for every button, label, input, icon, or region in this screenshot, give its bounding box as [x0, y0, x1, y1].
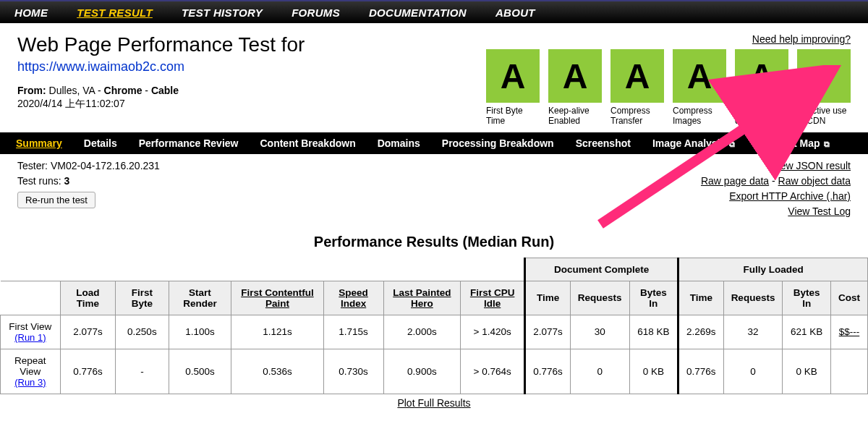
- nav-about[interactable]: ABOUT: [495, 7, 535, 19]
- grade-letter: A: [610, 49, 664, 103]
- grade-first-byte[interactable]: A First Byte Time: [486, 49, 540, 127]
- cell: 30: [570, 315, 629, 349]
- grade-letter: A: [486, 49, 540, 103]
- col-start-render: Start Render: [169, 281, 231, 315]
- run-link[interactable]: (Run 3): [8, 377, 53, 388]
- cell: 0.536s: [231, 349, 323, 394]
- cell: 1.121s: [231, 315, 323, 349]
- grade-keep-alive[interactable]: A Keep-alive Enabled: [548, 49, 602, 127]
- group-fully-loaded: Fully Loaded: [678, 258, 868, 281]
- nav-test-result[interactable]: TEST RESULT: [77, 7, 153, 19]
- col-fl-time: Time: [678, 281, 724, 315]
- cell: 0.776s: [678, 349, 724, 394]
- cell: 0.900s: [383, 349, 460, 394]
- table-row: Repeat View (Run 3) 0.776s - 0.500s 0.53…: [1, 349, 868, 394]
- col-first-cpu-idle[interactable]: First CPU Idle: [461, 281, 525, 315]
- dash: -: [769, 175, 778, 187]
- plot-full-results-link[interactable]: Plot Full Results: [397, 397, 470, 409]
- col-last-painted-hero[interactable]: Last Painted Hero: [383, 281, 460, 315]
- corner-cell: [1, 281, 61, 315]
- table-row: First View (Run 1) 2.077s 0.250s 1.100s …: [1, 315, 868, 349]
- col-fl-bytes: Bytes In: [783, 281, 831, 315]
- tab-image-analysis[interactable]: Image Analysis ⧉: [652, 137, 735, 149]
- cell-cost[interactable]: $$---: [830, 315, 867, 349]
- nav-forums[interactable]: FORUMS: [292, 7, 340, 19]
- col-dc-time: Time: [525, 281, 571, 315]
- tab-domains[interactable]: Domains: [378, 137, 420, 149]
- cell: 0: [723, 349, 783, 394]
- cell: 0: [570, 349, 629, 394]
- tested-url[interactable]: https://www.iwaimaob2c.com: [17, 59, 184, 75]
- col-speed-index[interactable]: Speed Index: [323, 281, 383, 315]
- grade-cdn[interactable]: Effective use of CDN: [797, 49, 851, 127]
- cell: 0 KB: [629, 349, 678, 394]
- help-improving-link[interactable]: Need help improving?: [752, 33, 851, 45]
- grades-wrap: Need help improving? A First Byte Time A…: [486, 33, 851, 127]
- group-document-complete: Document Complete: [525, 258, 678, 281]
- header-left: Web Page Performance Test for https://ww…: [17, 33, 305, 111]
- tab-request-map[interactable]: Request Map ⧉: [757, 137, 829, 149]
- cell: 618 KB: [629, 315, 678, 349]
- nav-test-history[interactable]: TEST HISTORY: [182, 7, 263, 19]
- rerun-button[interactable]: Re-run the test: [17, 192, 95, 208]
- nav-documentation[interactable]: DOCUMENTATION: [369, 7, 467, 19]
- from-browser: Chrome: [104, 85, 142, 96]
- col-first-contentful-paint[interactable]: First Contentful Paint: [231, 281, 323, 315]
- table-header-row: Load Time First Byte Start Render First …: [1, 281, 868, 315]
- nav-home[interactable]: HOME: [14, 7, 48, 19]
- cell: 1.715s: [323, 315, 383, 349]
- tab-processing-breakdown[interactable]: Processing Breakdown: [442, 137, 554, 149]
- grade-label: Cache static content: [735, 106, 788, 127]
- grade-compress-transfer[interactable]: A Compress Transfer: [610, 49, 664, 127]
- tab-details[interactable]: Details: [84, 137, 117, 149]
- cell: [830, 349, 867, 394]
- grade-letter: A: [548, 49, 602, 103]
- cell: 32: [723, 315, 783, 349]
- plot-full-results: Plot Full Results: [0, 397, 868, 409]
- col-fl-requests: Requests: [723, 281, 783, 315]
- grade-label: First Byte Time: [486, 106, 540, 127]
- check-icon: [797, 49, 851, 103]
- raw-object-data-link[interactable]: Raw object data: [778, 175, 851, 187]
- row-repeat-view: Repeat View (Run 3): [1, 349, 61, 394]
- tab-content-breakdown[interactable]: Content Breakdown: [260, 137, 355, 149]
- run-link[interactable]: (Run 1): [8, 332, 53, 343]
- cell: 621 KB: [783, 315, 831, 349]
- grade-letter: A: [673, 49, 726, 103]
- table-group-row: Document Complete Fully Loaded: [1, 258, 868, 281]
- cell: 2.269s: [678, 315, 724, 349]
- header: Web Page Performance Test for https://ww…: [0, 23, 868, 132]
- cell: 1.100s: [169, 315, 231, 349]
- view-test-log-link[interactable]: View Test Log: [788, 205, 851, 217]
- col-dc-bytes: Bytes In: [629, 281, 678, 315]
- grade-label: Effective use of CDN: [797, 106, 851, 127]
- grade-cache-static[interactable]: A Cache static content: [735, 49, 788, 127]
- external-link-icon: ⧉: [727, 140, 735, 148]
- external-link-icon: ⧉: [822, 140, 830, 148]
- sub-nav: Summary Details Performance Review Conte…: [0, 132, 868, 154]
- cell: 2.077s: [525, 315, 571, 349]
- cell: 0.500s: [169, 349, 231, 394]
- runs-value: 3: [64, 175, 70, 187]
- col-cost: Cost: [830, 281, 867, 315]
- cell: 0 KB: [783, 349, 831, 394]
- cell: 0.776s: [525, 349, 571, 394]
- export-har-link[interactable]: Export HTTP Archive (.har): [729, 190, 851, 202]
- raw-page-data-link[interactable]: Raw page data: [701, 175, 769, 187]
- tab-screenshot[interactable]: Screenshot: [576, 137, 631, 149]
- page-title: Web Page Performance Test for: [17, 33, 305, 56]
- cell: > 0.764s: [461, 349, 525, 394]
- cell: 0.776s: [60, 349, 115, 394]
- tab-performance-review[interactable]: Performance Review: [139, 137, 239, 149]
- grade-letter: A: [735, 49, 788, 103]
- cell: -: [116, 349, 169, 394]
- cell: 0.730s: [323, 349, 383, 394]
- col-dc-requests: Requests: [570, 281, 629, 315]
- from-label: From:: [17, 85, 46, 96]
- view-json-link[interactable]: View JSON result: [772, 160, 851, 171]
- test-from: From: Dulles, VA - Chrome - Cable: [17, 85, 305, 96]
- cell: > 1.420s: [461, 315, 525, 349]
- grade-compress-images[interactable]: A Compress Images: [673, 49, 726, 127]
- tab-summary[interactable]: Summary: [16, 137, 62, 149]
- info-left: Tester: VM02-04-172.16.20.231 Test runs:…: [17, 158, 160, 208]
